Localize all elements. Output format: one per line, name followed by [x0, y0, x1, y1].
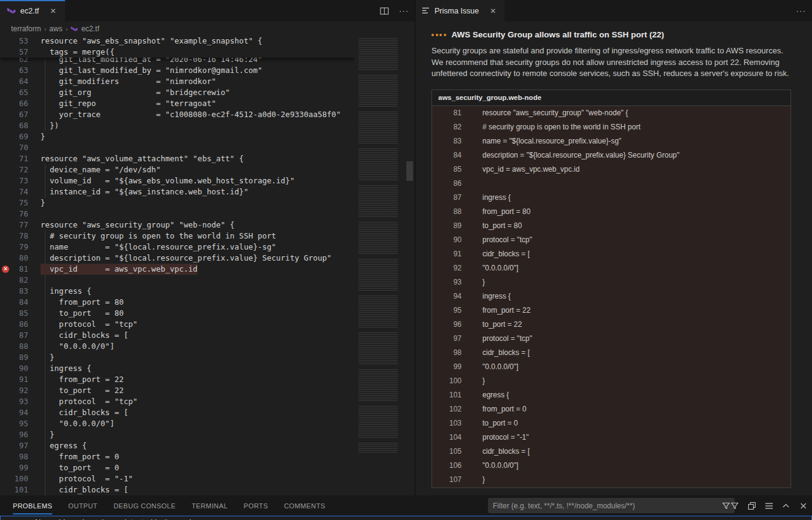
minimap[interactable]: [355, 36, 404, 459]
code-line[interactable]: 92 to_port = 22: [0, 385, 415, 396]
code-line[interactable]: 69 }: [0, 131, 415, 142]
panel-tab[interactable]: PORTS: [244, 502, 268, 510]
close-panel-icon[interactable]: [797, 499, 810, 513]
line-number: 83: [432, 134, 462, 148]
code-line[interactable]: 80 description = "${local.resource_prefi…: [0, 253, 415, 264]
code-line[interactable]: 101 cidr_blocks = [: [0, 484, 415, 495]
code-line[interactable]: 70: [0, 142, 415, 153]
tab-prisma-issue[interactable]: Prisma Issue ✕: [416, 0, 505, 21]
code-line[interactable]: 84 from_port = 80: [0, 297, 415, 308]
code-line[interactable]: 73 volume_id = "${aws_ebs_volume.web_hos…: [0, 175, 415, 186]
code-line[interactable]: 91 from_port = 22: [0, 374, 415, 385]
code-line[interactable]: 67 yor_trace = "c1008080-ec2f-4512-a0d0-…: [0, 109, 415, 120]
code-text: vpc_id = aws_vpc.web_vpc.id: [41, 264, 198, 275]
panel-tab[interactable]: COMMENTS: [284, 502, 325, 510]
line-number: 72: [0, 164, 28, 175]
panel-action-icons: [728, 495, 810, 516]
code-block-line: 94 ingress {: [432, 289, 791, 304]
tab-ec2-tf[interactable]: ec2.tf ✕: [0, 0, 65, 21]
more-actions-icon[interactable]: ···: [399, 6, 409, 15]
scrollbar-thumb[interactable]: [406, 161, 413, 181]
code-text: }): [41, 120, 59, 131]
code-line[interactable]: 77 resource "aws_security_group" "web-no…: [0, 220, 415, 231]
code-line[interactable]: 96 }: [0, 429, 415, 440]
code-line[interactable]: 63 git_last_modified_by = "nimrodkor@gma…: [0, 65, 415, 76]
close-icon[interactable]: ✕: [48, 6, 58, 16]
code-line[interactable]: 66 git_repo = "terragoat": [0, 98, 415, 109]
issue-header: AWS Security Group allows all traffic on…: [431, 30, 791, 39]
minimap-code-preview: [358, 38, 398, 454]
code-line[interactable]: 99 to_port = 0: [0, 462, 415, 473]
line-number: 83: [0, 286, 28, 297]
code-line[interactable]: 74 instance_id = "${aws_instance.web_hos…: [0, 186, 415, 197]
collapse-all-icon[interactable]: [745, 499, 758, 513]
code-line[interactable]: 89 }: [0, 352, 415, 363]
editor-group-right: Prisma Issue ✕ ··· AWS Security Group al…: [415, 0, 812, 495]
code-line[interactable]: 93 protocol = "tcp": [0, 396, 415, 407]
panel-tab[interactable]: OUTPUT: [68, 502, 98, 510]
line-number: 79: [0, 242, 28, 253]
view-as-list-icon[interactable]: [762, 499, 775, 513]
panel-tab[interactable]: DEBUG CONSOLE: [114, 502, 176, 510]
code-line[interactable]: 79 name = "${local.resource_prefix.value…: [0, 242, 415, 253]
code-editor[interactable]: 62 git_last_modified_at = "2020-06-16 14…: [0, 36, 415, 495]
code-text: "0.0.0.0/0"]: [41, 341, 114, 352]
code-block-line: 98 cidr_blocks = [: [432, 346, 791, 360]
code-line[interactable]: 87 cidr_blocks = [: [0, 330, 415, 341]
sticky-line[interactable]: 53 resource "aws_ebs_snapshot" "example_…: [0, 36, 355, 47]
code-line[interactable]: 85 to_port = 80: [0, 308, 415, 319]
code-line[interactable]: 71 resource "aws_volume_attachment" "ebs…: [0, 153, 415, 164]
breadcrumb-terraform[interactable]: terraform: [11, 25, 41, 33]
filter-icon[interactable]: [728, 499, 741, 513]
line-number: 89: [432, 219, 462, 233]
panel-tab[interactable]: TERMINAL: [191, 502, 228, 510]
line-number: 93: [0, 396, 28, 407]
code-line[interactable]: 78 # security group is open to the world…: [0, 231, 415, 242]
code-text: protocol = "tcp": [41, 319, 137, 330]
line-number: 91: [432, 247, 462, 261]
code-text: name = "${local.resource_prefix.value}-s…: [482, 134, 621, 148]
code-line[interactable]: 86 protocol = "tcp": [0, 319, 415, 330]
line-number: 107: [432, 473, 462, 487]
line-number: 91: [0, 374, 28, 385]
filter-input[interactable]: [488, 502, 717, 510]
code-line[interactable]: 94 cidr_blocks = [: [0, 407, 415, 418]
line-number: 97: [0, 440, 28, 451]
breadcrumb-file[interactable]: ec2.tf: [81, 25, 99, 33]
code-line[interactable]: 65 git_org = "bridgecrewio": [0, 87, 415, 98]
code-line[interactable]: 97 egress {: [0, 440, 415, 451]
code-block-line: 97 protocol = "tcp": [432, 332, 791, 346]
vscode-window: ec2.tf ✕ ··· terraform › aws ›: [0, 0, 812, 520]
code-line[interactable]: 88 "0.0.0.0/0"]: [0, 341, 415, 352]
code-line[interactable]: 82: [0, 275, 415, 286]
line-number: 98: [0, 451, 28, 462]
code-line[interactable]: 76: [0, 208, 415, 220]
code-line[interactable]: 75 }: [0, 197, 415, 208]
breadcrumb-aws[interactable]: aws: [49, 25, 62, 33]
code-line[interactable]: 95 "0.0.0.0/0"]: [0, 418, 415, 429]
line-number: 85: [0, 308, 28, 319]
maximize-panel-chevron-icon[interactable]: [779, 499, 792, 513]
code-text: # security group is open to the world in…: [41, 231, 276, 242]
code-line[interactable]: 72 device_name = "/dev/sdh": [0, 164, 415, 175]
code-line[interactable]: 90 ingress {: [0, 363, 415, 374]
code-line[interactable]: 100 protocol = "-1": [0, 473, 415, 484]
sticky-line[interactable]: 57 tags = merge({: [0, 47, 355, 58]
line-number: 73: [0, 175, 28, 186]
code-line[interactable]: 98 from_port = 0: [0, 451, 415, 462]
code-text: "0.0.0.0/0"]: [482, 261, 519, 275]
code-text: "0.0.0.0/0"]: [41, 418, 114, 429]
code-line[interactable]: 68 }): [0, 120, 415, 131]
split-editor-icon[interactable]: [380, 7, 389, 15]
code-text: "0.0.0.0/0"]: [482, 459, 519, 473]
more-actions-icon[interactable]: ···: [796, 6, 806, 15]
code-line[interactable]: 64 git_modifiers = "nimrodkor": [0, 76, 415, 87]
code-text: resource "aws_volume_attachment" "ebs_at…: [41, 153, 244, 164]
code-line[interactable]: 83 ingress {: [0, 286, 415, 297]
panel-tab[interactable]: PROBLEMS: [13, 502, 52, 510]
code-line[interactable]: 81 vpc_id = aws_vpc.web_vpc.id: [0, 264, 415, 275]
line-number: 92: [432, 261, 462, 275]
code-text: protocol = "tcp": [41, 396, 137, 407]
close-icon[interactable]: ✕: [488, 6, 498, 16]
code-block-line: 105 cidr_blocks = [: [432, 445, 791, 459]
